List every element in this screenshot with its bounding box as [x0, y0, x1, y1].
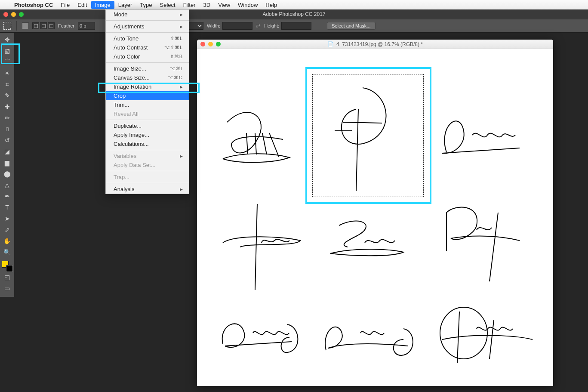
menu-item-auto-color[interactable]: Auto Color⇧⌘B: [106, 52, 189, 61]
height-input[interactable]: [281, 22, 311, 30]
width-label: Width:: [207, 23, 220, 28]
menu-help[interactable]: Help: [262, 1, 281, 9]
document-file-icon: 📄: [327, 41, 334, 47]
brush-tool-icon[interactable]: ✏: [2, 113, 13, 123]
feather-label: Feather:: [58, 23, 76, 28]
clone-stamp-tool-icon[interactable]: ⎍: [2, 124, 13, 134]
menu-item-calculations[interactable]: Calculations...: [106, 139, 189, 148]
color-swatches[interactable]: [2, 261, 13, 272]
menu-item-auto-tone[interactable]: Auto Tone⇧⌘L: [106, 34, 189, 43]
mac-menubar: Photoshop CC File Edit Image Layer Type …: [0, 0, 588, 9]
path-selection-tool-icon[interactable]: ➤: [2, 213, 13, 224]
minimize-window-icon[interactable]: [11, 12, 16, 17]
menu-type[interactable]: Type: [136, 1, 156, 9]
dodge-tool-icon[interactable]: △: [2, 180, 13, 190]
signature-6: [434, 200, 528, 286]
menu-window[interactable]: Window: [234, 1, 262, 9]
signature-8: [317, 307, 416, 363]
separator: [16, 21, 17, 31]
width-input[interactable]: [222, 22, 252, 30]
signature-9: [429, 299, 537, 367]
menu-item-auto-contrast[interactable]: Auto Contrast⌥⇧⌘L: [106, 43, 189, 52]
menu-item-trap: Trap...: [106, 173, 189, 182]
healing-brush-tool-icon[interactable]: ✚: [2, 102, 13, 112]
marquee-tool-icon[interactable]: ▧: [2, 46, 13, 56]
menu-item-reveal-all: Reveal All: [106, 109, 189, 118]
magic-wand-tool-icon[interactable]: ✴: [2, 68, 13, 78]
menu-layer[interactable]: Layer: [114, 1, 136, 9]
app-titlebar: Adobe Photoshop CC 2017: [0, 9, 588, 19]
eraser-tool-icon[interactable]: ◪: [2, 146, 13, 157]
menu-edit[interactable]: Edit: [74, 1, 91, 9]
history-brush-tool-icon[interactable]: ↺: [2, 135, 13, 145]
menu-item-mode[interactable]: Mode: [106, 10, 189, 19]
menu-item-analysis[interactable]: Analysis: [106, 185, 189, 194]
signature-3: [434, 105, 533, 165]
window-controls: [3, 12, 24, 17]
doc-close-icon[interactable]: [200, 42, 205, 46]
type-tool-icon[interactable]: T: [2, 202, 13, 213]
direct-selection-tool-icon[interactable]: ⬀: [2, 225, 13, 235]
document-title: 4. 731423419.jpg @ 16.7% (RGB/8) *: [336, 41, 423, 47]
signature-4: [214, 200, 305, 294]
maximize-window-icon[interactable]: [19, 12, 24, 17]
swap-dimensions-icon[interactable]: ⇄: [256, 23, 261, 29]
blur-tool-icon[interactable]: ⬤: [2, 169, 13, 179]
menu-item-duplicate[interactable]: Duplicate...: [106, 121, 189, 130]
select-and-mask-button[interactable]: Select and Mask...: [327, 22, 376, 30]
background-color-swatch[interactable]: [6, 265, 13, 272]
menu-item-apply-image[interactable]: Apply Image...: [106, 130, 189, 139]
menu-item-image-size[interactable]: Image Size...⌥⌘I: [106, 64, 189, 73]
doc-minimize-icon[interactable]: [208, 42, 213, 46]
height-label: Height:: [264, 23, 279, 28]
move-tool-icon[interactable]: ✥: [2, 34, 13, 45]
document-window: 📄 4. 731423419.jpg @ 16.7% (RGB/8) *: [197, 40, 553, 386]
screen-mode-icon[interactable]: ▭: [2, 283, 13, 293]
menu-item-canvas-size[interactable]: Canvas Size...⌥⌘C: [106, 73, 189, 82]
feather-input[interactable]: [78, 22, 95, 30]
signature-7: [214, 307, 305, 363]
menubar-app-name[interactable]: Photoshop CC: [10, 1, 57, 9]
app-title: Adobe Photoshop CC 2017: [262, 11, 325, 17]
subtract-from-selection-icon[interactable]: [40, 22, 47, 29]
menu-file[interactable]: File: [57, 1, 74, 9]
close-window-icon[interactable]: [3, 12, 8, 17]
zoom-tool-icon[interactable]: 🔍: [2, 247, 13, 257]
signature-1: [214, 109, 296, 170]
menu-3d[interactable]: 3D: [200, 1, 215, 9]
menu-item-apply-data-set: Apply Data Set...: [106, 161, 189, 170]
add-to-selection-icon[interactable]: [32, 22, 39, 29]
hand-tool-icon[interactable]: ✋: [2, 236, 13, 246]
menu-item-crop[interactable]: Crop: [106, 91, 189, 100]
menu-image[interactable]: Image: [91, 1, 114, 9]
lasso-tool-icon[interactable]: ⌒: [2, 57, 13, 67]
pen-tool-icon[interactable]: ✒: [2, 191, 13, 201]
svg-point-0: [440, 307, 487, 359]
eyedropper-tool-icon[interactable]: ✎: [2, 90, 13, 101]
menu-item-variables: Variables: [106, 151, 189, 161]
doc-maximize-icon[interactable]: [216, 42, 221, 46]
intersect-selection-icon[interactable]: [48, 22, 55, 29]
menu-item-adjustments[interactable]: Adjustments: [106, 22, 189, 31]
document-titlebar[interactable]: 📄 4. 731423419.jpg @ 16.7% (RGB/8) *: [197, 40, 553, 49]
quick-mask-icon[interactable]: ◰: [2, 272, 13, 282]
crop-tool-icon[interactable]: ⌗: [2, 79, 13, 90]
selection-mode-icons: [32, 22, 55, 29]
menu-view[interactable]: View: [214, 1, 234, 9]
tool-palette: ✥▧⌒✴⌗✎✚✏⎍↺◪▆⬤△✒T➤⬀✋🔍 ◰ ▭: [0, 33, 14, 297]
canvas[interactable]: [197, 49, 553, 386]
new-selection-icon[interactable]: [22, 22, 29, 29]
signature-5: [322, 213, 408, 264]
signature-2: [322, 83, 403, 195]
menu-filter[interactable]: Filter: [179, 1, 200, 9]
gradient-tool-icon[interactable]: ▆: [2, 157, 13, 168]
menu-item-trim[interactable]: Trim...: [106, 100, 189, 109]
menu-item-image-rotation[interactable]: Image Rotation: [106, 82, 189, 91]
options-bar: Feather: Width: ⇄ Height: Select and Mas…: [0, 19, 588, 33]
image-menu-dropdown: ModeAdjustmentsAuto Tone⇧⌘LAuto Contrast…: [105, 9, 189, 194]
menu-select[interactable]: Select: [156, 1, 179, 9]
active-tool-preset-icon[interactable]: [3, 22, 11, 30]
